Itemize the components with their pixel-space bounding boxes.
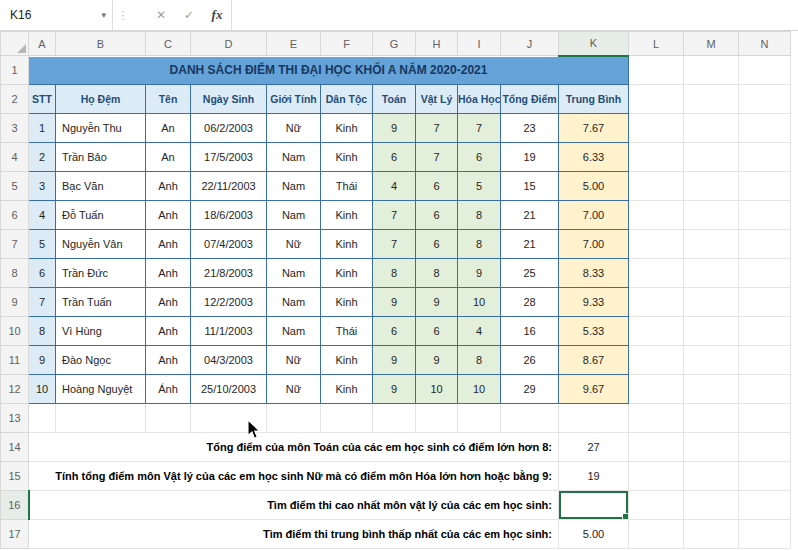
col-header-B[interactable]: B bbox=[56, 32, 146, 56]
col-header-J[interactable]: J bbox=[501, 32, 559, 56]
cell-C9[interactable]: Anh bbox=[146, 288, 191, 317]
cell-G10[interactable]: 6 bbox=[373, 317, 416, 346]
cell-K7[interactable]: 7.00 bbox=[559, 230, 629, 259]
cell-I6[interactable]: 8 bbox=[458, 201, 501, 230]
cell-M1[interactable] bbox=[684, 56, 739, 85]
cell-H11[interactable]: 9 bbox=[416, 346, 458, 375]
cell-L4[interactable] bbox=[629, 143, 684, 172]
cell-B10[interactable]: Vì Hùng bbox=[56, 317, 146, 346]
row-header-4[interactable]: 4 bbox=[1, 143, 29, 172]
cell-M3[interactable] bbox=[684, 114, 739, 143]
cell-B4[interactable]: Trần Bảo bbox=[56, 143, 146, 172]
cell-C2[interactable]: Tên bbox=[146, 85, 191, 114]
cell-B5[interactable]: Bạc Văn bbox=[56, 172, 146, 201]
cell-K15[interactable]: 19 bbox=[559, 462, 629, 491]
cell-G8[interactable]: 8 bbox=[373, 259, 416, 288]
cell-E9[interactable]: Nam bbox=[267, 288, 321, 317]
cell-F6[interactable]: Kinh bbox=[321, 201, 373, 230]
cell-J10[interactable]: 16 bbox=[501, 317, 559, 346]
cell-M5[interactable] bbox=[684, 172, 739, 201]
cell-D11[interactable]: 04/3/2003 bbox=[191, 346, 267, 375]
cell-C4[interactable]: An bbox=[146, 143, 191, 172]
cell-G9[interactable]: 9 bbox=[373, 288, 416, 317]
cell-B11[interactable]: Đào Ngọc bbox=[56, 346, 146, 375]
cell-K6[interactable]: 7.00 bbox=[559, 201, 629, 230]
cell-I10[interactable]: 4 bbox=[458, 317, 501, 346]
cell-N11[interactable] bbox=[739, 346, 791, 375]
name-box[interactable]: K16 ▾ bbox=[0, 0, 113, 30]
cell-C3[interactable]: An bbox=[146, 114, 191, 143]
cell-K11[interactable]: 8.67 bbox=[559, 346, 629, 375]
cell-L6[interactable] bbox=[629, 201, 684, 230]
summary-label-16[interactable]: Tìm điểm thi cao nhất môn vật lý của các… bbox=[29, 491, 559, 520]
cell-J12[interactable]: 29 bbox=[501, 375, 559, 404]
cell-L12[interactable] bbox=[629, 375, 684, 404]
cell-H6[interactable]: 6 bbox=[416, 201, 458, 230]
row-header-10[interactable]: 10 bbox=[1, 317, 29, 346]
cell-F2[interactable]: Dân Tộc bbox=[321, 85, 373, 114]
cell-D7[interactable]: 07/4/2003 bbox=[191, 230, 267, 259]
cell-J7[interactable]: 21 bbox=[501, 230, 559, 259]
cell-L13[interactable] bbox=[629, 404, 684, 433]
cell-N4[interactable] bbox=[739, 143, 791, 172]
cell-N16[interactable] bbox=[739, 491, 791, 520]
cell-G6[interactable]: 7 bbox=[373, 201, 416, 230]
cell-K17[interactable]: 5.00 bbox=[559, 520, 629, 549]
row-header-9[interactable]: 9 bbox=[1, 288, 29, 317]
cell-G13[interactable] bbox=[373, 404, 416, 433]
cell-M15[interactable] bbox=[684, 462, 739, 491]
cell-H2[interactable]: Vật Lý bbox=[416, 85, 458, 114]
cell-N6[interactable] bbox=[739, 201, 791, 230]
cell-K3[interactable]: 7.67 bbox=[559, 114, 629, 143]
summary-label-15[interactable]: Tính tổng điểm môn Vật lý của các em học… bbox=[29, 462, 559, 491]
cell-I11[interactable]: 8 bbox=[458, 346, 501, 375]
cell-A3[interactable]: 1 bbox=[29, 114, 56, 143]
cell-I5[interactable]: 5 bbox=[458, 172, 501, 201]
cell-C8[interactable]: Anh bbox=[146, 259, 191, 288]
col-header-M[interactable]: M bbox=[684, 32, 739, 56]
cell-M7[interactable] bbox=[684, 230, 739, 259]
cell-F8[interactable]: Kinh bbox=[321, 259, 373, 288]
cell-C13[interactable] bbox=[146, 404, 191, 433]
cell-L2[interactable] bbox=[629, 85, 684, 114]
cell-J9[interactable]: 28 bbox=[501, 288, 559, 317]
row-header-2[interactable]: 2 bbox=[1, 85, 29, 114]
cell-D6[interactable]: 18/6/2003 bbox=[191, 201, 267, 230]
cell-N2[interactable] bbox=[739, 85, 791, 114]
cell-E2[interactable]: Giới Tính bbox=[267, 85, 321, 114]
cell-I2[interactable]: Hóa Học bbox=[458, 85, 501, 114]
cell-H12[interactable]: 10 bbox=[416, 375, 458, 404]
cell-L1[interactable] bbox=[629, 56, 684, 85]
cell-G2[interactable]: Toán bbox=[373, 85, 416, 114]
name-box-dropdown-icon[interactable]: ▾ bbox=[101, 10, 106, 20]
cell-B9[interactable]: Trần Tuấn bbox=[56, 288, 146, 317]
cell-G12[interactable]: 9 bbox=[373, 375, 416, 404]
row-header-7[interactable]: 7 bbox=[1, 230, 29, 259]
cell-N14[interactable] bbox=[739, 433, 791, 462]
insert-function-icon[interactable]: fx bbox=[203, 0, 231, 30]
col-header-G[interactable]: G bbox=[373, 32, 416, 56]
cell-J5[interactable]: 15 bbox=[501, 172, 559, 201]
cell-F12[interactable]: Kinh bbox=[321, 375, 373, 404]
cell-I8[interactable]: 9 bbox=[458, 259, 501, 288]
summary-label-17[interactable]: Tìm điểm thi trung bình thấp nhất của cá… bbox=[29, 520, 559, 549]
cell-B12[interactable]: Hoàng Nguyệt bbox=[56, 375, 146, 404]
cell-L17[interactable] bbox=[629, 520, 684, 549]
cell-M17[interactable] bbox=[684, 520, 739, 549]
cell-M8[interactable] bbox=[684, 259, 739, 288]
cell-A6[interactable]: 4 bbox=[29, 201, 56, 230]
cell-F13[interactable] bbox=[321, 404, 373, 433]
cell-M2[interactable] bbox=[684, 85, 739, 114]
cell-A10[interactable]: 8 bbox=[29, 317, 56, 346]
cell-F5[interactable]: Thái bbox=[321, 172, 373, 201]
col-header-H[interactable]: H bbox=[416, 32, 458, 56]
cell-E13[interactable] bbox=[267, 404, 321, 433]
cell-N8[interactable] bbox=[739, 259, 791, 288]
cell-L10[interactable] bbox=[629, 317, 684, 346]
cell-K12[interactable]: 9.67 bbox=[559, 375, 629, 404]
cell-G11[interactable]: 9 bbox=[373, 346, 416, 375]
cell-L7[interactable] bbox=[629, 230, 684, 259]
row-header-17[interactable]: 17 bbox=[1, 520, 29, 549]
row-header-5[interactable]: 5 bbox=[1, 172, 29, 201]
cell-M10[interactable] bbox=[684, 317, 739, 346]
